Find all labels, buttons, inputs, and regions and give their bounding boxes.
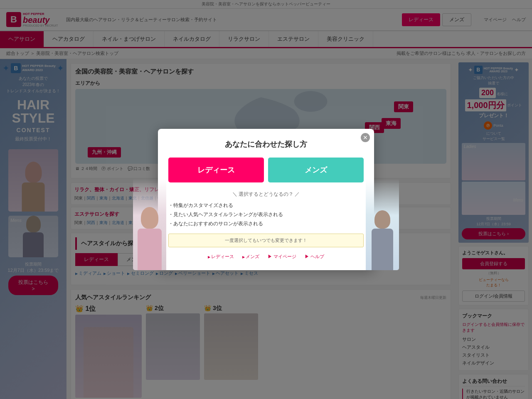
modal-benefit-3: あなたにおすすめのサロンが表示される (168, 220, 364, 227)
modal-close-button[interactable]: ✕ (361, 133, 370, 142)
modal-box: ✕ あなたに合わせた探し方 レディース メンズ ＼ 選択するとどうなるの？ ／ … (158, 129, 374, 270)
modal-benefits: 特集がカスタマイズされる 見たい人気ヘアスタイルランキングが表示される あなたに… (168, 202, 364, 227)
modal-benefit-1: 特集がカスタマイズされる (168, 202, 364, 209)
modal-gender-buttons: レディース メンズ (168, 158, 364, 182)
modal-overlay[interactable]: ✕ あなたに合わせた探し方 レディース メンズ ＼ 選択するとどうなるの？ ／ … (0, 0, 532, 399)
modal-sub-ladies-link[interactable]: レディース (208, 254, 234, 260)
modal-female-portrait (133, 179, 166, 270)
modal-male-portrait (366, 179, 399, 270)
modal-once-note: 一度選択してもいつでも変更できます！ (168, 234, 364, 247)
modal-ladies-button[interactable]: レディース (168, 158, 264, 182)
modal-select-prompt: ＼ 選択するとどうなるの？ ／ (168, 191, 364, 198)
modal-title: あなたに合わせた探し方 (168, 139, 364, 149)
modal-sub-mens-link[interactable]: メンズ (242, 254, 259, 260)
modal-sub-links: レディース メンズ ▶ マイページ ▶ ヘルプ (168, 254, 364, 260)
modal-mypage-link[interactable]: ▶ マイページ (268, 254, 296, 260)
modal-help-link[interactable]: ▶ ヘルプ (305, 254, 324, 260)
modal-benefit-2: 見たい人気ヘアスタイルランキングが表示される (168, 211, 364, 218)
modal-mens-button[interactable]: メンズ (268, 158, 364, 182)
